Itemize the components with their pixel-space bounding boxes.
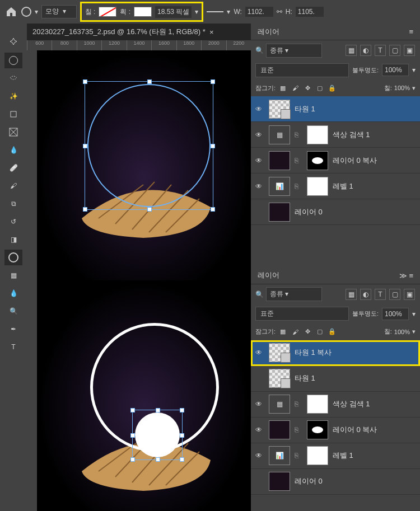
- opacity-input[interactable]: 100%: [382, 64, 409, 76]
- stroke-swatch[interactable]: [134, 7, 152, 17]
- lock-all-icon[interactable]: 🔒: [327, 327, 337, 337]
- healing-brush-tool[interactable]: 🩹: [4, 160, 22, 176]
- lock-artboard-icon[interactable]: ▢: [315, 83, 325, 93]
- stroke-style-dropdown[interactable]: [207, 11, 223, 12]
- layer-thumbnail[interactable]: [269, 472, 290, 491]
- visibility-toggle-icon[interactable]: 👁: [255, 349, 264, 357]
- lock-transparency-icon[interactable]: ▩: [278, 83, 288, 93]
- visibility-toggle-icon[interactable]: 👁: [255, 157, 264, 165]
- lock-all-icon[interactable]: 🔒: [327, 83, 337, 93]
- layer-name[interactable]: 레벨 1: [333, 181, 416, 191]
- layer-name[interactable]: 레이어 0: [295, 207, 416, 217]
- ellipse-marquee-tool[interactable]: [4, 53, 22, 68]
- layer-mask-thumbnail[interactable]: [307, 125, 328, 144]
- lock-position-icon[interactable]: ✥: [302, 327, 312, 337]
- opacity-input[interactable]: 100%: [382, 308, 409, 320]
- layer-thumbnail[interactable]: [269, 100, 290, 119]
- type-tool[interactable]: T: [4, 339, 22, 355]
- layer-row[interactable]: 👁 타원 1: [251, 366, 420, 392]
- layer-row[interactable]: 👁 레이어 0: [251, 469, 420, 495]
- layer-filter-dropdown[interactable]: 종류 ▾: [266, 44, 322, 58]
- blend-mode-dropdown[interactable]: 표준: [255, 307, 349, 321]
- document-tab[interactable]: 20230227_163735_2.psd @ 16.7% (타원 1, RGB…: [27, 24, 251, 40]
- filter-shape-icon[interactable]: ▢: [389, 45, 400, 56]
- stroke-width-input[interactable]: 18.53 픽셀: [155, 6, 192, 18]
- filter-smartobject-icon[interactable]: ▣: [404, 289, 415, 300]
- lock-pixels-icon[interactable]: 🖌: [290, 327, 300, 337]
- layer-thumbnail[interactable]: [269, 420, 290, 439]
- filter-image-icon[interactable]: ▦: [346, 45, 357, 56]
- layer-row[interactable]: 👁 레이어 0: [251, 199, 420, 225]
- layer-name[interactable]: 레벨 1: [333, 451, 416, 461]
- layer-thumbnail[interactable]: [269, 203, 290, 222]
- layer-name[interactable]: 레이어 0 복사: [333, 156, 416, 166]
- layer-thumbnail[interactable]: [269, 343, 290, 362]
- lock-position-icon[interactable]: ✥: [302, 83, 312, 93]
- history-brush-tool[interactable]: ↺: [4, 214, 22, 229]
- pen-tool[interactable]: ✒: [4, 321, 22, 337]
- ellipse-shape-tool[interactable]: [4, 250, 22, 265]
- layer-row[interactable]: 👁 📊 ⎘ 레벨 1: [251, 174, 420, 199]
- visibility-toggle-icon[interactable]: 👁: [255, 182, 264, 190]
- filter-adjustment-icon[interactable]: ◐: [360, 45, 371, 56]
- visibility-toggle-icon[interactable]: 👁: [255, 105, 264, 113]
- layers-panel-header-2[interactable]: 레이어≫ ≡: [251, 268, 420, 284]
- blur-tool[interactable]: 💧: [4, 285, 22, 301]
- layer-name[interactable]: 레이어 0 복사: [333, 425, 416, 435]
- dropdown-caret-icon[interactable]: ▾: [195, 8, 198, 16]
- fill-opacity-input[interactable]: 100%: [394, 329, 410, 335]
- layer-row[interactable]: 👁 📊 ⎘ 레벨 1: [251, 443, 420, 469]
- visibility-toggle-icon[interactable]: 👁: [255, 400, 264, 408]
- fill-swatch[interactable]: [99, 7, 116, 17]
- lock-transparency-icon[interactable]: ▩: [278, 327, 288, 337]
- visibility-toggle-icon[interactable]: 👁: [255, 452, 264, 460]
- layer-mask-thumbnail[interactable]: [307, 420, 328, 439]
- small-selection-box[interactable]: [132, 410, 183, 460]
- layer-mask-thumbnail[interactable]: [307, 177, 328, 196]
- fill-opacity-input[interactable]: 100%: [394, 85, 410, 91]
- lasso-tool[interactable]: [4, 71, 22, 86]
- gradient-tool[interactable]: ▦: [4, 268, 22, 283]
- layer-name[interactable]: 색상 검색 1: [333, 130, 416, 140]
- layers-panel-header[interactable]: 레이어≡: [251, 24, 420, 40]
- lock-pixels-icon[interactable]: 🖌: [290, 83, 300, 93]
- canvas-top[interactable]: [37, 50, 251, 281]
- layer-row[interactable]: 👁 ▦ ⎘ 색상 검색 1: [251, 392, 420, 418]
- layer-row[interactable]: 👁 ⎘ 레이어 0 복사: [251, 148, 420, 174]
- filter-adjustment-icon[interactable]: ◐: [360, 289, 371, 300]
- layer-name[interactable]: 타원 1: [295, 104, 416, 114]
- filter-shape-icon[interactable]: ▢: [389, 289, 400, 300]
- frame-tool[interactable]: [4, 124, 22, 140]
- adjustment-icon-thumbnail[interactable]: 📊: [269, 446, 290, 465]
- layer-thumbnail[interactable]: [269, 151, 290, 170]
- filter-smartobject-icon[interactable]: ▣: [404, 45, 415, 56]
- layer-name[interactable]: 타원 1: [295, 373, 416, 383]
- clone-stamp-tool[interactable]: ⧉: [4, 196, 22, 212]
- home-button[interactable]: [4, 5, 18, 18]
- layer-filter-dropdown[interactable]: 종류 ▾: [266, 287, 322, 301]
- adjustment-icon-thumbnail[interactable]: ▦: [269, 395, 290, 414]
- layer-name[interactable]: 색상 검색 1: [333, 399, 416, 409]
- brush-tool[interactable]: 🖌: [4, 178, 22, 194]
- link-wh-icon[interactable]: ⚯: [277, 8, 282, 16]
- layer-row-highlighted[interactable]: 👁 타원 1 복사: [251, 340, 420, 366]
- move-tool[interactable]: [4, 35, 22, 50]
- filter-type-icon[interactable]: T: [375, 45, 386, 56]
- height-input[interactable]: 1105.: [296, 7, 324, 17]
- adjustment-icon-thumbnail[interactable]: ▦: [269, 125, 290, 144]
- adjustment-icon-thumbnail[interactable]: 📊: [269, 177, 290, 196]
- layer-row[interactable]: 👁 ▦ ⎘ 색상 검색 1: [251, 122, 420, 148]
- visibility-toggle-icon[interactable]: 👁: [255, 426, 264, 434]
- eraser-tool[interactable]: ◨: [4, 232, 22, 247]
- lock-artboard-icon[interactable]: ▢: [315, 327, 325, 337]
- layer-mask-thumbnail[interactable]: [307, 151, 328, 170]
- filter-type-icon[interactable]: T: [375, 289, 386, 300]
- magic-wand-tool[interactable]: ✨: [4, 88, 22, 104]
- layer-row[interactable]: 👁 타원 1: [251, 96, 420, 122]
- ellipse-tool-indicator[interactable]: [21, 7, 31, 17]
- layer-mask-thumbnail[interactable]: [307, 446, 328, 465]
- shape-mode-dropdown[interactable]: 모양 ▾: [41, 5, 77, 18]
- filter-image-icon[interactable]: ▦: [346, 289, 357, 300]
- blend-mode-dropdown[interactable]: 표준: [255, 63, 349, 77]
- canvas-bottom[interactable]: [37, 281, 251, 512]
